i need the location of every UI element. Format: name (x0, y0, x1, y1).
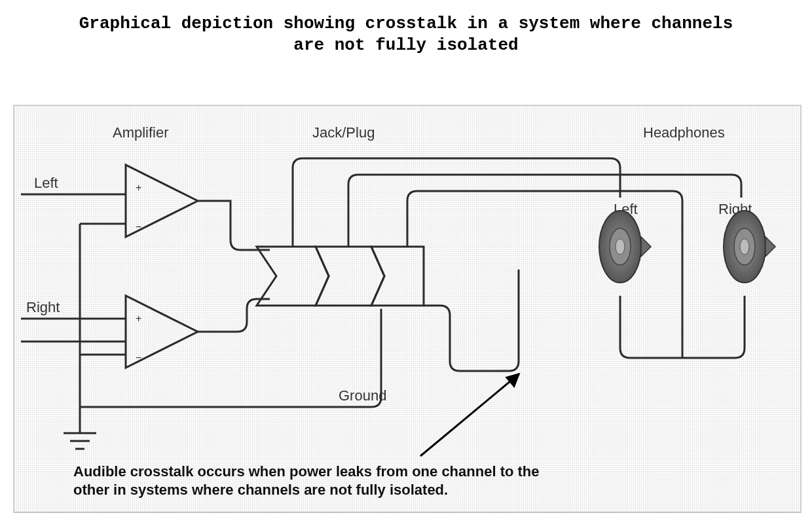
svg-marker-0 (257, 247, 329, 306)
diagram-caption: Audible crosstalk occurs when power leak… (73, 463, 571, 499)
wire-jack-ground-return (407, 191, 682, 335)
svg-marker-12 (507, 374, 519, 386)
amp-bottom-minus: − (136, 352, 141, 363)
svg-line-11 (420, 374, 519, 456)
svg-marker-6 (641, 237, 651, 256)
wire-bottom-to-plug (198, 299, 270, 332)
diagram-frame: Amplifier Jack/Plug Headphones Left Righ… (13, 105, 802, 513)
schematic-svg: + − + − (14, 106, 800, 512)
right-speaker-icon (724, 211, 775, 283)
wire-top-to-plug (198, 201, 270, 250)
annotation-arrow-icon (420, 374, 519, 456)
wire-jack-to-left-speaker (293, 158, 620, 247)
amp-top-minus: − (136, 221, 141, 232)
svg-point-9 (740, 239, 749, 255)
diagram-title: Graphical depiction showing crosstalk in… (0, 13, 812, 56)
svg-marker-2 (371, 247, 424, 306)
svg-marker-1 (316, 247, 384, 306)
svg-point-5 (616, 239, 625, 255)
jackplug-icon (257, 247, 424, 306)
amp-bottom-plus: + (136, 313, 141, 324)
amp-top-plus: + (136, 182, 141, 193)
wire-crosstalk-path (424, 270, 519, 371)
left-speaker-icon (599, 211, 651, 283)
svg-marker-10 (766, 237, 775, 256)
